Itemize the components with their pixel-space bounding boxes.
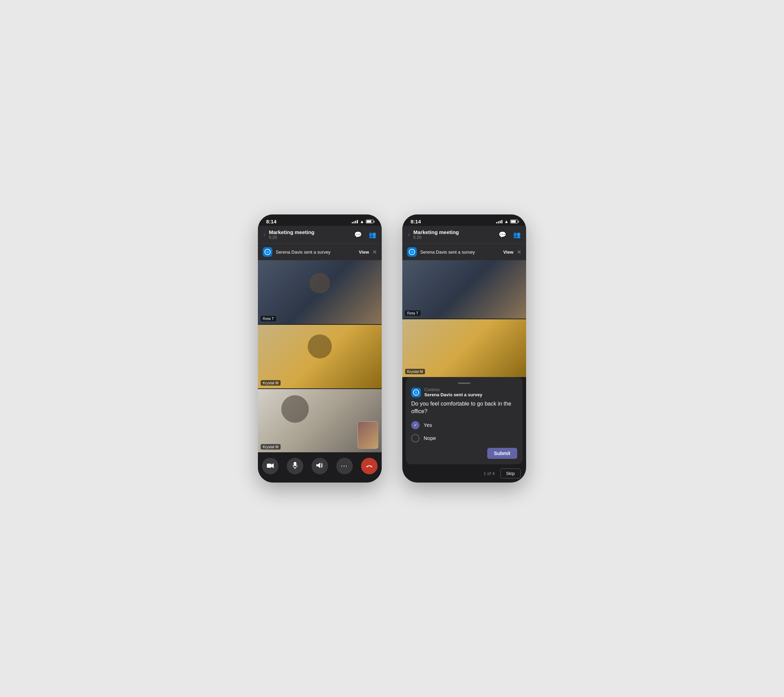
survey-option-yes[interactable]: ✓ Yes [411, 421, 517, 429]
status-time-left: 8:14 [266, 219, 277, 224]
phone-right: 8:14 ▲ ‹ Marketing meeting 5:20 [402, 214, 526, 483]
video-icon [267, 463, 274, 470]
signal-bar-r4 [501, 220, 502, 224]
mic-toggle-button[interactable] [287, 458, 303, 474]
end-call-icon [366, 463, 373, 470]
survey-app-icon-left [263, 247, 272, 257]
video-grid-right: Reta T Krystal M [402, 260, 526, 377]
wifi-icon-right: ▲ [504, 219, 509, 224]
signal-bar-r1 [496, 222, 497, 224]
call-header-right: ‹ Marketing meeting 5:20 💬 👥 [402, 226, 526, 243]
battery-fill-right [511, 220, 516, 223]
mic-icon [293, 462, 297, 470]
option-radio-nope[interactable] [411, 434, 420, 442]
wifi-icon-left: ▲ [360, 219, 364, 224]
video-bg-reta [258, 260, 382, 324]
survey-panel-source: Contoso [424, 387, 482, 392]
signal-bar-2 [354, 221, 354, 224]
survey-view-button-left[interactable]: View [359, 250, 369, 255]
video-cell-3: Krystal M [258, 388, 382, 452]
battery-fill-left [367, 220, 371, 223]
skip-button[interactable]: Skip [500, 469, 520, 478]
survey-app-icon-right [407, 247, 417, 257]
survey-panel-sender: Serena Davis sent a survey [424, 392, 482, 397]
back-button-left[interactable]: ‹ [264, 231, 265, 238]
call-info-left: Marketing meeting 5:20 [269, 229, 354, 240]
survey-banner-right: Serena Davis sent a survey View ✕ [402, 243, 526, 260]
survey-panel-app-icon [411, 388, 421, 397]
status-icons-left: ▲ [352, 219, 374, 224]
participant-label-2: Krystal M [261, 380, 281, 386]
video-cell-1: Reta T [258, 260, 382, 324]
control-bar-left: ●●● [258, 452, 382, 483]
drag-handle [458, 383, 470, 384]
survey-view-button-right[interactable]: View [503, 250, 513, 255]
survey-close-button-right[interactable]: ✕ [517, 249, 521, 255]
call-info-right: Marketing meeting 5:20 [413, 229, 499, 240]
people-icon-right[interactable]: 👥 [513, 231, 520, 238]
call-duration-right: 5:20 [413, 235, 499, 240]
survey-text-left: Serena Davis sent a survey [276, 250, 359, 255]
video-toggle-button[interactable] [262, 458, 278, 474]
chat-icon-right[interactable]: 💬 [499, 231, 506, 238]
participant-label-r1: Reta T [405, 310, 420, 316]
self-view-thumbnail [357, 421, 378, 449]
survey-option-nope[interactable]: Nope [411, 434, 517, 442]
signal-bar-4 [357, 220, 358, 224]
avatar-krystal2 [281, 395, 309, 423]
avatar-reta [310, 273, 330, 294]
svg-rect-2 [294, 462, 296, 466]
survey-close-button-left[interactable]: ✕ [372, 249, 377, 255]
svg-marker-5 [316, 463, 320, 468]
option-label-yes: Yes [423, 422, 432, 428]
survey-panel: Contoso Serena Davis sent a survey Do yo… [406, 377, 523, 464]
video-grid-left: Reta T Krystal M Krystal M [258, 260, 382, 452]
signal-bar-r2 [498, 221, 499, 224]
survey-panel-text-block: Contoso Serena Davis sent a survey [424, 387, 482, 397]
people-icon-left[interactable]: 👥 [369, 231, 376, 238]
signal-bar-r3 [500, 221, 501, 224]
survey-panel-icon-inner [413, 390, 419, 396]
submit-button[interactable]: Submit [487, 448, 517, 459]
signal-bars-left [352, 220, 358, 224]
call-title-right: Marketing meeting [413, 229, 499, 235]
option-label-nope: Nope [423, 435, 436, 441]
end-call-button[interactable] [361, 458, 377, 474]
status-bar-left: 8:14 ▲ [258, 214, 382, 226]
survey-page-indicator: 1 of 4 [483, 471, 495, 476]
survey-question: Do you feel comfortable to go back in th… [411, 400, 517, 416]
phone-left: 8:14 ▲ ‹ Marketing meeting 5:20 [258, 214, 382, 483]
battery-icon-right [510, 220, 518, 224]
call-title-left: Marketing meeting [269, 229, 354, 235]
call-duration-left: 5:20 [269, 235, 354, 240]
checkmark-yes: ✓ [413, 422, 417, 427]
survey-icon-dot-right [411, 251, 413, 253]
call-header-left: ‹ Marketing meeting 5:20 💬 👥 [258, 226, 382, 243]
video-cell-2: Krystal M [258, 324, 382, 388]
survey-banner-left: Serena Davis sent a survey View ✕ [258, 243, 382, 260]
survey-icon-inner-left [264, 249, 271, 255]
survey-icon-dot-left [267, 251, 268, 253]
survey-footer: 1 of 4 Skip [402, 464, 526, 483]
more-options-button[interactable]: ●●● [336, 458, 353, 474]
status-time-right: 8:14 [410, 219, 421, 224]
speaker-toggle-button[interactable] [311, 458, 328, 474]
survey-panel-header: Contoso Serena Davis sent a survey [411, 387, 517, 397]
signal-bar-3 [355, 221, 356, 224]
chat-icon-left[interactable]: 💬 [354, 231, 362, 238]
svg-rect-0 [267, 464, 271, 468]
speaker-icon [316, 463, 323, 470]
option-radio-yes[interactable]: ✓ [411, 421, 420, 429]
avatar-krystal1 [308, 334, 332, 358]
status-icons-right: ▲ [496, 219, 518, 224]
svg-marker-1 [271, 463, 274, 468]
more-icon: ●●● [341, 465, 348, 467]
video-cell-r2: Krystal M [402, 319, 526, 377]
video-bg-krystal1 [258, 325, 382, 388]
page-container: 8:14 ▲ ‹ Marketing meeting 5:20 [196, 174, 588, 523]
participant-label-3: Krystal M [261, 444, 281, 450]
back-button-right[interactable]: ‹ [408, 231, 410, 238]
battery-icon-left [366, 220, 374, 224]
participant-label-r2: Krystal M [405, 369, 425, 374]
survey-submit-row: Submit [411, 448, 517, 459]
